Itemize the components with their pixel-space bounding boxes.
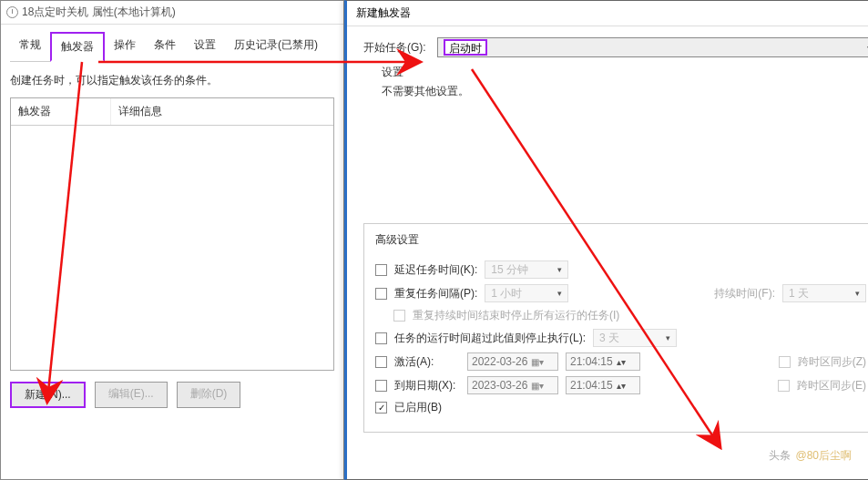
trigger-list-header: 触发器 详细信息 — [11, 98, 333, 126]
new-trigger-dialog: 新建触发器 ✕ 开始任务(G): 启动时 ▾ 设置 不需要其他设置。 高级设置 … — [344, 0, 868, 480]
expire-time-input[interactable]: 21:04:15▴▾ — [566, 376, 640, 394]
new-trigger-button[interactable]: 新建(N)... — [10, 382, 86, 408]
col-details[interactable]: 详细信息 — [111, 98, 333, 125]
begin-task-value: 启动时 — [444, 39, 487, 56]
col-trigger[interactable]: 触发器 — [11, 98, 111, 125]
settings-section-label: 设置 — [382, 65, 868, 80]
calendar-icon: ▦▾ — [531, 381, 544, 391]
begin-task-dropdown[interactable]: 启动时 ▾ — [437, 37, 868, 57]
expire-label: 到期日期(X): — [394, 378, 460, 393]
expire-checkbox[interactable] — [375, 380, 387, 392]
tab-strip: 常规 触发器 操作 条件 设置 历史记录(已禁用) — [10, 32, 334, 62]
calendar-icon: ▦▾ — [531, 357, 544, 367]
advanced-group-title: 高级设置 — [372, 232, 423, 248]
dialog-title: 新建触发器 — [356, 5, 411, 21]
begin-task-label: 开始任务(G): — [363, 40, 426, 56]
delete-trigger-button[interactable]: 删除(D) — [177, 382, 241, 408]
enabled-label: 已启用(B) — [394, 400, 442, 415]
tab-general[interactable]: 常规 — [10, 32, 50, 61]
repeat-label: 重复任务间隔(P): — [394, 286, 477, 301]
stop-if-label: 任务的运行时间超过此值则停止执行(L): — [394, 331, 586, 346]
tab-conditions[interactable]: 条件 — [145, 32, 185, 61]
repeat-stop-checkbox — [393, 310, 405, 322]
activate-time-input[interactable]: 21:04:15▴▾ — [566, 352, 640, 371]
activate-date-input[interactable]: 2022-03-26▦▾ — [467, 352, 558, 371]
delay-checkbox[interactable] — [375, 264, 387, 276]
delay-label: 延迟任务时间(K): — [394, 262, 477, 278]
duration-label: 持续时间(F): — [714, 286, 775, 301]
tab-settings[interactable]: 设置 — [185, 32, 225, 61]
repeat-select[interactable]: 1 小时▾ — [485, 284, 568, 302]
edit-trigger-button[interactable]: 编辑(E)... — [95, 382, 168, 408]
task-properties-window: 18点定时关机 属性(本地计算机) 常规 触发器 操作 条件 设置 历史记录(已… — [0, 0, 344, 480]
stop-if-select[interactable]: 3 天▾ — [593, 329, 677, 347]
stop-if-checkbox[interactable] — [375, 332, 387, 344]
expire-date-input[interactable]: 2023-03-26▦▾ — [467, 376, 558, 394]
activate-checkbox[interactable] — [375, 356, 387, 368]
tz-sync-e-checkbox — [778, 380, 790, 392]
tab-history[interactable]: 历史记录(已禁用) — [225, 32, 327, 61]
parent-titlebar: 18点定时关机 属性(本地计算机) — [1, 1, 343, 25]
clock-icon — [6, 6, 18, 18]
repeat-stop-label: 重复持续时间结束时停止所有运行的任务(I) — [413, 308, 619, 323]
parent-window-title: 18点定时关机 属性(本地计算机) — [22, 5, 176, 20]
watermark: 头条 @80后尘啊 — [769, 444, 852, 464]
tz-sync-z-checkbox — [779, 356, 791, 368]
tz-sync-z-label: 跨时区同步(Z) — [798, 354, 866, 370]
tz-sync-e-label: 跨时区同步(E) — [797, 378, 866, 393]
activate-label: 激活(A): — [394, 354, 460, 370]
tab-triggers[interactable]: 触发器 — [50, 32, 105, 62]
advanced-settings-group: 高级设置 延迟任务时间(K): 15 分钟▾ 重复任务间隔(P): 1 小时▾ … — [363, 223, 868, 433]
trigger-list[interactable]: 触发器 详细信息 — [10, 97, 334, 371]
repeat-checkbox[interactable] — [375, 288, 387, 300]
triggers-hint: 创建任务时，可以指定触发该任务的条件。 — [10, 73, 334, 88]
duration-select[interactable]: 1 天▾ — [782, 284, 866, 302]
no-settings-text: 不需要其他设置。 — [382, 84, 868, 99]
enabled-checkbox[interactable]: ✓ — [375, 402, 387, 414]
delay-select[interactable]: 15 分钟▾ — [485, 260, 568, 279]
tab-actions[interactable]: 操作 — [105, 32, 145, 61]
